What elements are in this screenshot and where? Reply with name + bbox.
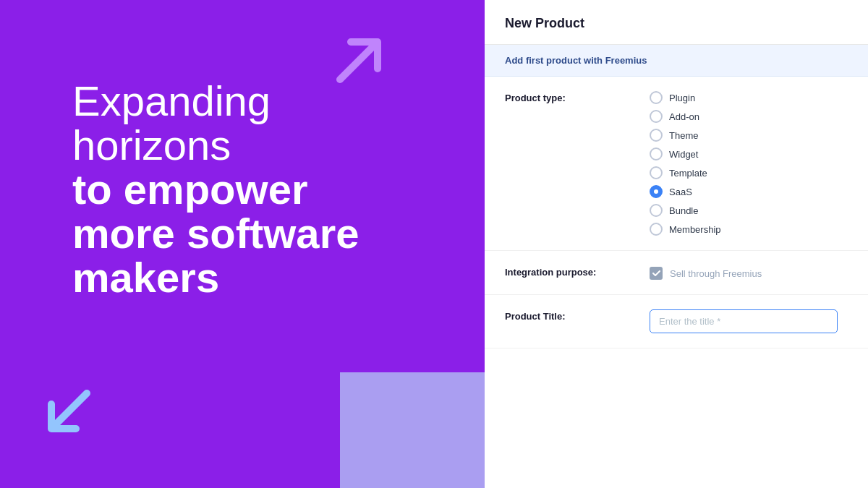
radio-circle-theme (650, 129, 663, 142)
product-title-input[interactable] (650, 309, 838, 333)
radio-label-plugin: Plugin (669, 93, 695, 103)
left-panel: Expanding horizons to empower more softw… (0, 0, 485, 488)
headline-text: Expanding horizons to empower more softw… (72, 80, 359, 299)
product-title-label: Product Title: (505, 309, 650, 322)
radio-circle-saas (650, 185, 663, 198)
product-type-radio-group: Plugin Add-on Theme Widget (650, 91, 848, 236)
form-panel: New Product Add first product with Freem… (485, 0, 868, 488)
integration-value: Sell through Freemius (670, 268, 762, 279)
form-header: New Product (485, 0, 868, 45)
form-banner: Add first product with Freemius (485, 45, 868, 77)
radio-addon[interactable]: Add-on (650, 110, 848, 123)
radio-label-widget: Widget (669, 149, 698, 160)
radio-circle-addon (650, 110, 663, 123)
radio-label-membership: Membership (669, 224, 721, 235)
radio-label-template: Template (669, 168, 707, 179)
radio-membership[interactable]: Membership (650, 223, 848, 236)
product-type-controls: Plugin Add-on Theme Widget (650, 91, 848, 236)
form-body: Product type: Plugin Add-on (485, 77, 868, 488)
decorative-blue-rect (340, 372, 485, 488)
radio-label-theme: Theme (669, 130, 698, 141)
arrow-bottom-left-icon (40, 380, 101, 445)
radio-label-bundle: Bundle (669, 205, 698, 216)
product-title-row: Product Title: (485, 295, 868, 348)
product-title-controls (650, 309, 848, 333)
product-type-row: Product type: Plugin Add-on (485, 77, 868, 251)
radio-circle-template (650, 166, 663, 179)
integration-label: Integration purpose: (505, 265, 650, 278)
radio-circle-widget (650, 147, 663, 160)
radio-template[interactable]: Template (650, 166, 848, 179)
radio-label-addon: Add-on (669, 111, 699, 122)
radio-label-saas: SaaS (669, 187, 692, 197)
radio-plugin[interactable]: Plugin (650, 91, 848, 104)
radio-circle-membership (650, 223, 663, 236)
radio-circle-bundle (650, 204, 663, 217)
integration-controls: Sell through Freemius (650, 265, 848, 280)
integration-checkbox-group: Sell through Freemius (650, 265, 848, 280)
product-type-label: Product type: (505, 91, 650, 103)
form-title: New Product (505, 16, 848, 31)
radio-circle-plugin (650, 91, 663, 104)
integration-checkbox[interactable] (650, 267, 663, 280)
radio-saas[interactable]: SaaS (650, 185, 848, 198)
integration-purpose-row: Integration purpose: Sell through Freemi… (485, 251, 868, 295)
radio-bundle[interactable]: Bundle (650, 204, 848, 217)
radio-widget[interactable]: Widget (650, 147, 848, 160)
radio-theme[interactable]: Theme (650, 129, 848, 142)
